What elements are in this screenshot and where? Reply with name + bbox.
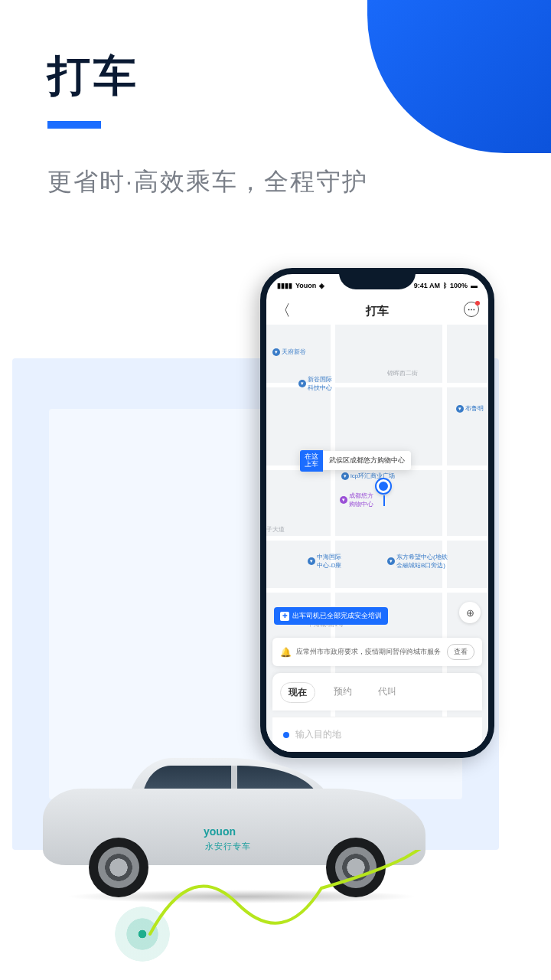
bluetooth-icon: ᛒ bbox=[443, 282, 447, 289]
poi-zhonghai[interactable]: ▾中海国际 中心-D座 bbox=[308, 553, 341, 570]
messages-button[interactable]: ⋯ bbox=[464, 302, 479, 317]
poi-icp[interactable]: ▾icp环汇商业广场 bbox=[341, 472, 395, 480]
origin-dot-icon bbox=[283, 732, 289, 738]
poi-xingu[interactable]: ▾新谷国际 科技中心 bbox=[298, 375, 332, 392]
title-underline bbox=[47, 121, 101, 129]
tab-now[interactable]: 现在 bbox=[280, 682, 315, 703]
back-button[interactable]: 〈 bbox=[276, 300, 291, 321]
page-subtitle: 更省时·高效乘车，全程守护 bbox=[47, 165, 368, 199]
pickup-bubble[interactable]: 在这 上车 武侯区成都悠方购物中心 bbox=[300, 450, 411, 472]
status-bar: ▮▮▮▮ Youon ◈ 9:41 AM ᛒ 100% ▬ bbox=[266, 279, 488, 292]
phone-mockup: ▮▮▮▮ Youon ◈ 9:41 AM ᛒ 100% ▬ 〈 打车 ⋯ ▾天府… bbox=[260, 268, 494, 758]
bell-icon: 🔔 bbox=[280, 647, 292, 658]
clock: 9:41 AM bbox=[414, 282, 440, 289]
wifi-icon: ◈ bbox=[319, 282, 324, 289]
destination-placeholder: 输入目的地 bbox=[295, 728, 341, 741]
tab-reserve[interactable]: 预约 bbox=[326, 682, 360, 703]
page-title: 打车 bbox=[47, 47, 139, 106]
road bbox=[266, 536, 488, 541]
safety-banner[interactable]: ✚ 出车司机已全部完成安全培训 bbox=[274, 607, 388, 625]
shield-icon: ✚ bbox=[280, 612, 289, 621]
safety-text: 出车司机已全部完成安全培训 bbox=[292, 611, 382, 621]
nav-title: 打车 bbox=[366, 304, 389, 318]
signal-icon: ▮▮▮▮ bbox=[277, 282, 292, 289]
route-line bbox=[145, 850, 482, 965]
poi-dongfang[interactable]: ▾东方希望中心(地铁 金融城站B口旁边) bbox=[387, 553, 448, 570]
notice-card: 🔔 应常州市市政府要求，疫情期间暂停跨城市服务 查看 bbox=[272, 638, 482, 666]
destination-input[interactable]: 输入目的地 bbox=[272, 717, 482, 752]
carrier-label: Youon bbox=[295, 282, 316, 289]
car-brand: youon bbox=[204, 825, 236, 838]
locate-button[interactable]: ⊕ bbox=[459, 602, 481, 623]
road bbox=[266, 588, 488, 593]
map-view[interactable]: ▾天府新谷 ▾新谷国际 科技中心 锦晖西二街 ▾布鲁明 ▾icp环汇商业广场 ▾… bbox=[266, 325, 488, 752]
poi-bulu[interactable]: ▾布鲁明 bbox=[456, 404, 484, 413]
road-label: 锦晖西二街 bbox=[387, 369, 418, 377]
nav-bar: 〈 打车 ⋯ bbox=[266, 297, 488, 325]
user-location-pin bbox=[377, 479, 390, 493]
corner-decoration bbox=[367, 0, 551, 153]
notice-text: 应常州市市政府要求，疫情期间暂停跨城市服务 bbox=[296, 647, 441, 657]
pickup-tag: 在这 上车 bbox=[300, 450, 323, 472]
battery-icon: ▬ bbox=[471, 282, 478, 289]
poi-youfang[interactable]: ▾成都悠方 购物中心 bbox=[340, 492, 373, 508]
poi-tianfu[interactable]: ▾天府新谷 bbox=[272, 348, 306, 356]
ride-tabs: 现在 预约 代叫 bbox=[272, 673, 482, 710]
battery-label: 100% bbox=[450, 282, 468, 289]
notice-view-button[interactable]: 查看 bbox=[447, 644, 474, 660]
road-label: 子大道 bbox=[266, 525, 285, 534]
tab-proxy[interactable]: 代叫 bbox=[370, 682, 404, 703]
pickup-address: 武侯区成都悠方购物中心 bbox=[323, 451, 411, 470]
